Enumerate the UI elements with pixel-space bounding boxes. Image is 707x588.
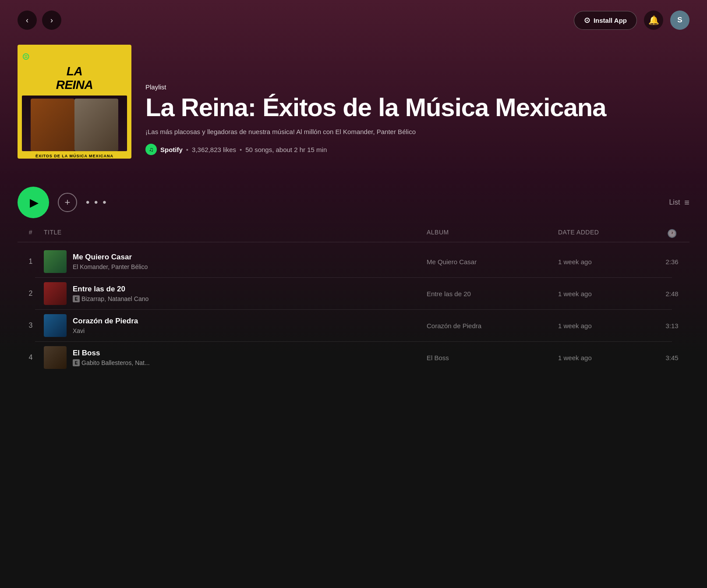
track-artist: Xavi bbox=[73, 327, 138, 334]
track-info: Me Quiero Casar El Komander, Panter Béli… bbox=[44, 250, 427, 273]
install-app-label: Install App bbox=[594, 17, 627, 24]
track-thumbnail bbox=[44, 282, 67, 305]
track-thumbnail bbox=[44, 346, 67, 369]
track-number: 1 bbox=[18, 258, 44, 266]
table-row[interactable]: 3 Corazón de Piedra Xavi Corazón de Pied… bbox=[18, 310, 689, 341]
controls-right: List ≡ bbox=[669, 198, 689, 208]
track-info: Corazón de Piedra Xavi bbox=[44, 314, 427, 337]
track-album: Me Quiero Casar bbox=[427, 258, 558, 266]
track-name: Entre las de 20 bbox=[73, 285, 148, 294]
track-text: Me Quiero Casar El Komander, Panter Béli… bbox=[73, 253, 148, 270]
track-artist: E Bizarrap, Natanael Cano bbox=[73, 295, 148, 302]
top-nav: ‹ › ⊙ Install App 🔔 S bbox=[0, 0, 707, 40]
track-duration: 3:45 bbox=[654, 354, 689, 361]
cover-person-2 bbox=[74, 99, 118, 151]
playlist-info: Playlist La Reina: Éxitos de la Música M… bbox=[145, 83, 689, 159]
cover-subtitle: Éxitos de la Música Mexicana bbox=[35, 154, 113, 159]
playlist-title: La Reina: Éxitos de la Música Mexicana bbox=[145, 94, 689, 121]
add-to-library-button[interactable]: + bbox=[58, 193, 77, 212]
track-text: Corazón de Piedra Xavi bbox=[73, 317, 138, 334]
track-duration: 3:13 bbox=[654, 322, 689, 329]
user-initial: S bbox=[677, 16, 682, 25]
track-text: Entre las de 20 E Bizarrap, Natanael Can… bbox=[73, 285, 148, 302]
cover-spotify-icon: ⊜ bbox=[22, 51, 30, 62]
cover-image bbox=[22, 96, 127, 152]
song-count: 50 songs, about 2 hr 15 min bbox=[245, 146, 327, 153]
playlist-cover: ⊜ LA REINA Éxitos de la Música Mexicana bbox=[18, 45, 131, 159]
track-date-added: 1 week ago bbox=[558, 258, 654, 266]
curator-name[interactable]: Spotify bbox=[160, 146, 183, 153]
track-album: Corazón de Piedra bbox=[427, 322, 558, 329]
track-date-added: 1 week ago bbox=[558, 354, 654, 361]
track-thumbnail bbox=[44, 250, 67, 273]
track-name: Corazón de Piedra bbox=[73, 317, 138, 326]
track-info: El Boss E Gabito Ballesteros, Nat... bbox=[44, 346, 427, 369]
notifications-button[interactable]: 🔔 bbox=[644, 11, 663, 30]
list-label: List bbox=[669, 198, 680, 206]
track-name: Me Quiero Casar bbox=[73, 253, 148, 262]
table-row[interactable]: 4 El Boss E Gabito Ballesteros, Nat... E… bbox=[18, 342, 689, 373]
track-thumbnail bbox=[44, 314, 67, 337]
track-album: Entre las de 20 bbox=[427, 290, 558, 298]
forward-button[interactable]: › bbox=[42, 11, 61, 30]
col-header-num: # bbox=[18, 229, 44, 238]
download-icon: ⊙ bbox=[584, 16, 590, 25]
cover-person-1 bbox=[31, 99, 74, 151]
track-duration: 2:48 bbox=[654, 290, 689, 298]
cover-top-bar: ⊜ bbox=[22, 51, 127, 62]
track-duration: 2:36 bbox=[654, 258, 689, 266]
playlist-description: ¡Las más placosas y llegadoras de nuestr… bbox=[145, 127, 478, 137]
back-button[interactable]: ‹ bbox=[18, 11, 37, 30]
cover-title: LA REINA bbox=[56, 65, 93, 92]
track-text: El Boss E Gabito Ballesteros, Nat... bbox=[73, 349, 150, 366]
likes-count: 3,362,823 likes bbox=[192, 146, 236, 153]
track-artist: El Komander, Panter Bélico bbox=[73, 263, 148, 270]
playlist-type: Playlist bbox=[145, 83, 689, 91]
col-header-duration: 🕐 bbox=[654, 229, 689, 238]
col-header-date-added: Date added bbox=[558, 229, 654, 238]
track-number: 2 bbox=[18, 290, 44, 298]
track-name: El Boss bbox=[73, 349, 150, 358]
ellipsis-icon: • • • bbox=[86, 196, 107, 209]
track-number: 4 bbox=[18, 354, 44, 361]
track-date-added: 1 week ago bbox=[558, 290, 654, 298]
play-button[interactable]: ▶ bbox=[18, 187, 49, 218]
playlist-meta: ♫ Spotify • 3,362,823 likes • 50 songs, … bbox=[145, 144, 689, 155]
list-view-button[interactable]: ≡ bbox=[684, 198, 689, 208]
track-number: 3 bbox=[18, 322, 44, 329]
nav-right: ⊙ Install App 🔔 S bbox=[574, 11, 689, 30]
table-row[interactable]: 1 Me Quiero Casar El Komander, Panter Bé… bbox=[18, 246, 689, 277]
track-table: # Title Album Date added 🕐 1 Me Quiero C… bbox=[0, 225, 707, 373]
track-date-added: 1 week ago bbox=[558, 322, 654, 329]
table-header: # Title Album Date added 🕐 bbox=[18, 225, 689, 242]
spotify-icon: ♫ bbox=[145, 144, 157, 155]
track-album: El Boss bbox=[427, 354, 558, 361]
col-header-title: Title bbox=[44, 229, 427, 238]
bell-icon: 🔔 bbox=[648, 15, 659, 25]
install-app-button[interactable]: ⊙ Install App bbox=[574, 11, 637, 30]
nav-arrows: ‹ › bbox=[18, 11, 61, 30]
controls-left: ▶ + • • • bbox=[18, 187, 107, 218]
track-info: Entre las de 20 E Bizarrap, Natanael Can… bbox=[44, 282, 427, 305]
track-artist: E Gabito Ballesteros, Nat... bbox=[73, 359, 150, 366]
more-options-button[interactable]: • • • bbox=[86, 196, 107, 209]
hero-section: ⊜ LA REINA Éxitos de la Música Mexicana … bbox=[0, 40, 707, 176]
explicit-badge: E bbox=[73, 295, 80, 302]
user-avatar[interactable]: S bbox=[670, 11, 689, 30]
table-row[interactable]: 2 Entre las de 20 E Bizarrap, Natanael C… bbox=[18, 278, 689, 309]
explicit-badge: E bbox=[73, 359, 80, 366]
col-header-album: Album bbox=[427, 229, 558, 238]
clock-icon: 🕐 bbox=[667, 229, 677, 238]
controls-bar: ▶ + • • • List ≡ bbox=[0, 176, 707, 225]
